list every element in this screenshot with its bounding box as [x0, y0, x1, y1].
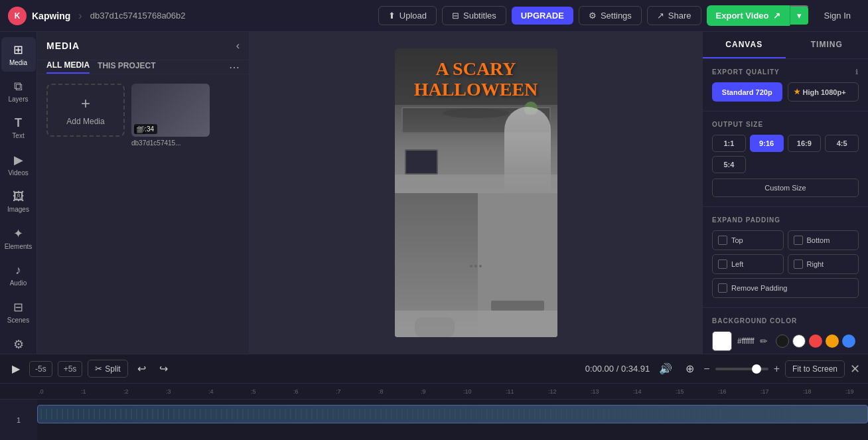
video-track-bar[interactable]	[37, 405, 868, 423]
upload-button[interactable]: ⬆ Upload	[378, 6, 437, 25]
padding-left-button[interactable]: Left	[712, 254, 784, 274]
zoom-slider[interactable]	[715, 368, 768, 370]
canvas-preview: A SCARY HALLOWEEN	[395, 48, 557, 337]
quality-standard-button[interactable]: Standard 720p	[712, 82, 782, 102]
canvas-title-line1: A SCARY	[401, 59, 551, 80]
sidebar-item-label: Images	[7, 206, 29, 213]
media-item[interactable]: 00:34 🎬 db37d1c57415...	[131, 84, 210, 147]
play-button[interactable]: ▶	[8, 360, 24, 378]
custom-size-button[interactable]: Custom Size	[712, 179, 859, 197]
expand-padding-section: EXPAND PADDING Top Bottom Left Right	[703, 207, 868, 308]
remove-checkbox	[718, 283, 727, 293]
size-4-5-button[interactable]: 4:5	[825, 135, 859, 152]
bottom-checkbox	[794, 236, 803, 245]
ruler-mark: :13	[589, 388, 632, 395]
settings-button[interactable]: ⚙ Settings	[579, 6, 642, 25]
ruler-mark: :15	[674, 388, 717, 395]
output-size-section: OUTPUT SIZE 1:1 9:16 16:9 4:5 5:4 Custom…	[703, 111, 868, 207]
audio-icon: ♪	[15, 263, 21, 277]
media-more-button[interactable]: ⋯	[229, 61, 240, 74]
media-panel-collapse-button[interactable]: ‹	[236, 40, 240, 52]
tab-timing[interactable]: TIMING	[786, 32, 869, 58]
size-1-1-button[interactable]: 1:1	[712, 135, 746, 152]
swatch-white[interactable]	[792, 334, 806, 348]
media-tabs-row: ALL MEDIA THIS PROJECT ⋯	[37, 60, 249, 74]
size-16-9-button[interactable]: 16:9	[788, 135, 822, 152]
gear-icon: ⚙	[589, 11, 597, 21]
sidebar-item-videos[interactable]: ▶ Videos	[1, 147, 36, 182]
ruler-mark: :18	[802, 388, 844, 395]
sidebar-item-media[interactable]: ⊞ Media	[1, 37, 36, 72]
sidebar-item-text[interactable]: T Text	[1, 111, 36, 145]
swatch-blue[interactable]	[842, 334, 855, 348]
video-icon: ▶	[14, 153, 23, 167]
sidebar-item-layers[interactable]: ⧉ Layers	[1, 74, 36, 108]
canvas-area: A SCARY HALLOWEEN	[250, 32, 702, 354]
export-dropdown-button[interactable]: ▾	[790, 5, 810, 26]
edit-icon[interactable]: ✏	[760, 336, 768, 346]
media-panel: MEDIA ‹ ALL MEDIA THIS PROJECT ⋯ + Add M…	[37, 32, 250, 354]
text-icon: T	[15, 116, 22, 130]
padding-right-button[interactable]: Right	[788, 254, 859, 274]
color-preview[interactable]	[712, 331, 732, 351]
zoom-in-button[interactable]: +	[774, 363, 780, 375]
size-grid: 1:1 9:16 16:9 4:5 5:4	[712, 135, 859, 173]
ruler-mark: :2	[122, 388, 165, 395]
padding-bottom-button[interactable]: Bottom	[788, 230, 859, 250]
sidebar-item-plugins[interactable]: ⚙ Plugins	[1, 332, 36, 354]
padding-top-button[interactable]: Top	[712, 230, 784, 250]
magnet-button[interactable]: ⊕	[682, 360, 698, 378]
upload-icon: ⬆	[388, 11, 396, 21]
swatch-black[interactable]	[776, 334, 789, 348]
sidebar-item-label: Scenes	[7, 317, 29, 324]
remove-padding-button[interactable]: Remove Padding	[712, 278, 859, 298]
left-checkbox	[718, 259, 727, 269]
undo-button[interactable]: ↩	[133, 360, 150, 378]
sidebar-item-label: Audio	[10, 279, 27, 287]
resize-handle[interactable]	[470, 265, 482, 267]
swatch-red[interactable]	[809, 334, 822, 348]
zoom-out-button[interactable]: −	[703, 363, 709, 375]
timeline-close-button[interactable]: ✕	[850, 362, 860, 376]
export-video-button[interactable]: Export Video ↗	[707, 5, 790, 26]
media-grid: + Add Media 00:34 🎬 db37d1c57415...	[37, 74, 249, 156]
quality-high-button[interactable]: ★ High 1080p+	[788, 82, 859, 102]
share-button[interactable]: ↗ Share	[647, 6, 701, 25]
track-content[interactable]	[37, 400, 868, 440]
subtitles-button[interactable]: ⊟ Subtitles	[442, 6, 506, 25]
split-button[interactable]: ✂ Split	[88, 360, 127, 378]
sidebar-item-scenes[interactable]: ⊟ Scenes	[1, 295, 36, 329]
ruler-mark: :4	[207, 388, 250, 395]
star-icon: ★	[794, 88, 800, 96]
add-media-button[interactable]: + Add Media	[46, 84, 125, 137]
tab-canvas[interactable]: CANVAS	[703, 32, 786, 58]
signin-button[interactable]: Sign In	[815, 7, 860, 25]
timecode-display: 0:00.00 / 0:34.91	[585, 364, 650, 374]
sidebar-item-label: Elements	[5, 243, 33, 250]
fit-to-screen-button[interactable]: Fit to Screen	[785, 360, 845, 378]
size-5-4-button[interactable]: 5:4	[712, 156, 746, 173]
export-group: Export Video ↗ ▾	[707, 5, 810, 26]
media-thumbnail[interactable]: 00:34 🎬	[131, 84, 210, 137]
media-panel-title: MEDIA	[46, 40, 80, 51]
size-9-16-button[interactable]: 9:16	[750, 135, 784, 152]
swatch-yellow[interactable]	[826, 334, 839, 348]
skip-back-button[interactable]: -5s	[29, 361, 52, 377]
ruler-mark: .0	[37, 388, 80, 395]
sidebar-item-label: Media	[9, 59, 27, 66]
media-tab-project[interactable]: THIS PROJECT	[98, 61, 155, 73]
scenes-icon: ⊟	[13, 300, 23, 315]
audio-track-button[interactable]: 🔊	[655, 360, 676, 378]
upgrade-button[interactable]: UPGRADE	[512, 7, 573, 25]
media-tab-all[interactable]: ALL MEDIA	[46, 60, 90, 74]
skip-forward-button[interactable]: +5s	[58, 361, 83, 377]
sidebar-item-elements[interactable]: ✦ Elements	[1, 221, 36, 256]
sidebar-item-images[interactable]: 🖼 Images	[1, 184, 36, 218]
sidebar-item-audio[interactable]: ♪ Audio	[1, 258, 36, 292]
redo-button[interactable]: ↪	[155, 360, 172, 378]
ruler-mark: :10	[462, 388, 504, 395]
timeline-controls-right: 🔊 ⊕ − + Fit to Screen ✕	[655, 360, 860, 378]
color-row: #ffffff ✏	[712, 331, 859, 351]
image-icon: 🖼	[13, 190, 25, 204]
canvas-title-line2: HALLOWEEN	[401, 80, 551, 100]
